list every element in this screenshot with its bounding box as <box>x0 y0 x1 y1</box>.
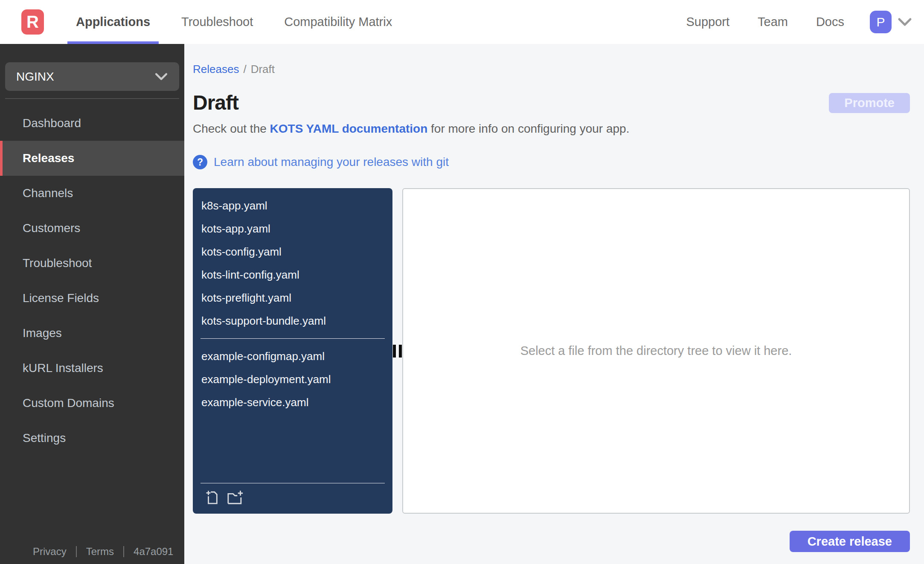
page-title: Draft <box>193 91 238 115</box>
top-nav: R ApplicationsTroubleshootCompatibility … <box>0 0 924 44</box>
sidebar-footer: Privacy Terms 4a7a091 <box>33 546 173 558</box>
file-tree-item-k8s-app-yaml[interactable]: k8s-app.yaml <box>193 194 392 217</box>
build-sha[interactable]: 4a7a091 <box>134 546 173 558</box>
file-tree-item-kots-config-yaml[interactable]: kots-config.yaml <box>193 240 392 263</box>
chevron-down-icon <box>154 73 168 81</box>
add-file-icon <box>205 489 219 507</box>
file-tree-item-example-service-yaml[interactable]: example-service.yaml <box>193 391 392 414</box>
logo-letter: R <box>26 12 39 32</box>
create-release-button[interactable]: Create release <box>790 531 910 552</box>
file-preview-placeholder: Select a file from the directory tree to… <box>520 344 792 358</box>
chevron-down-icon[interactable] <box>898 17 912 27</box>
panel-resize-drag-handle[interactable] <box>392 188 402 514</box>
terms-link[interactable]: Terms <box>86 546 114 558</box>
avatar-initial: P <box>876 15 885 29</box>
title-row: Draft Promote <box>193 91 910 115</box>
avatar[interactable]: P <box>870 11 892 33</box>
file-tree-footer-divider <box>200 483 385 483</box>
intro-text: Check out the KOTS YAML documentation fo… <box>193 122 910 136</box>
nav-tab-compatibility-matrix[interactable]: Compatibility Matrix <box>276 0 401 44</box>
nav-link-team[interactable]: Team <box>758 15 788 29</box>
nav-link-docs[interactable]: Docs <box>816 15 844 29</box>
sidebar-item-kurl-installers[interactable]: kURL Installers <box>0 351 184 386</box>
sidebar-item-custom-domains[interactable]: Custom Domains <box>0 386 184 421</box>
file-tree-list: k8s-app.yamlkots-app.yamlkots-config.yam… <box>193 194 392 414</box>
main-content: Releases/Draft Draft Promote Check out t… <box>184 44 924 564</box>
privacy-link[interactable]: Privacy <box>33 546 67 558</box>
sidebar: NGINX DashboardReleasesChannelsCustomers… <box>0 44 184 564</box>
file-tree-item-kots-lint-config-yaml[interactable]: kots-lint-config.yaml <box>193 263 392 286</box>
nav-link-support[interactable]: Support <box>686 15 729 29</box>
sidebar-item-images[interactable]: Images <box>0 316 184 351</box>
sidebar-item-troubleshoot[interactable]: Troubleshoot <box>0 246 184 281</box>
app-selector-value: NGINX <box>16 70 54 84</box>
app-selector-dropdown[interactable]: NGINX <box>5 62 179 91</box>
file-tree-item-kots-app-yaml[interactable]: kots-app.yaml <box>193 217 392 240</box>
file-tree-item-example-deployment-yaml[interactable]: example-deployment.yaml <box>193 368 392 391</box>
intro-prefix: Check out the <box>193 122 270 135</box>
add-folder-icon <box>227 489 244 507</box>
nav-tab-troubleshoot[interactable]: Troubleshoot <box>173 0 262 44</box>
manage-releases-git-link[interactable]: Learn about managing your releases with … <box>214 155 449 169</box>
drag-handle-bar <box>399 345 402 358</box>
sidebar-item-license-fields[interactable]: License Fields <box>0 281 184 316</box>
breadcrumb-separator: / <box>243 63 246 76</box>
footer-separator <box>76 546 77 557</box>
sidebar-divider <box>5 98 179 99</box>
sidebar-menu: DashboardReleasesChannelsCustomersTroubl… <box>0 106 184 456</box>
promote-button[interactable]: Promote <box>829 93 910 113</box>
file-tree-panel: k8s-app.yamlkots-app.yamlkots-config.yam… <box>193 188 392 514</box>
question-circle-icon: ? <box>193 155 207 169</box>
add-file-button[interactable] <box>205 489 219 507</box>
kots-yaml-docs-link[interactable]: KOTS YAML documentation <box>270 122 428 135</box>
footer-separator <box>123 546 124 557</box>
sidebar-item-channels[interactable]: Channels <box>0 176 184 211</box>
file-tree-actions <box>193 489 392 507</box>
file-preview-panel: Select a file from the directory tree to… <box>402 188 910 514</box>
add-folder-button[interactable] <box>227 489 244 507</box>
sidebar-item-dashboard[interactable]: Dashboard <box>0 106 184 141</box>
drag-handle-bar <box>393 345 396 358</box>
breadcrumb-current: Draft <box>251 63 275 76</box>
actions-footer: Create release <box>193 531 910 552</box>
file-tree-footer <box>193 483 392 507</box>
nav-tab-applications[interactable]: Applications <box>67 0 159 44</box>
file-tree-item-kots-preflight-yaml[interactable]: kots-preflight.yaml <box>193 286 392 309</box>
secondary-nav: SupportTeamDocs <box>686 15 844 29</box>
sidebar-item-settings[interactable]: Settings <box>0 421 184 456</box>
primary-nav: ApplicationsTroubleshootCompatibility Ma… <box>67 0 415 44</box>
file-tree-item-example-configmap-yaml[interactable]: example-configmap.yaml <box>193 345 392 368</box>
sidebar-item-releases[interactable]: Releases <box>0 141 184 176</box>
sidebar-item-customers[interactable]: Customers <box>0 211 184 246</box>
replicated-logo[interactable]: R <box>21 9 44 35</box>
release-workspace: k8s-app.yamlkots-app.yamlkots-config.yam… <box>193 188 910 514</box>
file-tree-item-kots-support-bundle-yaml[interactable]: kots-support-bundle.yaml <box>193 309 392 332</box>
file-tree-divider <box>200 338 385 339</box>
intro-suffix: for more info on configuring your app. <box>427 122 629 135</box>
breadcrumb-releases-link[interactable]: Releases <box>193 63 239 76</box>
git-help-row: ? Learn about managing your releases wit… <box>193 155 910 169</box>
breadcrumb: Releases/Draft <box>193 63 910 76</box>
